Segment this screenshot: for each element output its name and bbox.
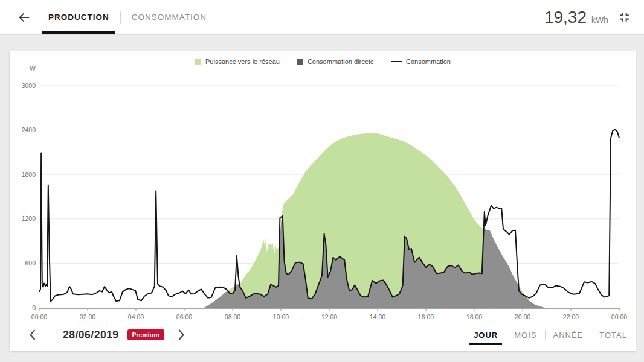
x-tick-label: 16:00 (418, 313, 434, 320)
y-tick-label: 3000 (22, 82, 36, 89)
energy-unit: kWh (591, 15, 608, 25)
y-tick-label: 2400 (22, 126, 36, 133)
x-tick-label: 22:00 (563, 313, 579, 320)
back-arrow-icon (18, 11, 31, 24)
top-bar: PRODUCTIONCONSOMMATION 19,32 kWh (0, 0, 644, 35)
y-axis-unit: W (30, 65, 36, 72)
chart-card: Puissance vers le réseauConsommation dir… (10, 51, 636, 351)
tab-production[interactable]: PRODUCTION (47, 0, 111, 34)
premium-badge: Premium (127, 329, 164, 340)
legend-item[interactable]: Consommation (391, 58, 451, 65)
period-tab-année[interactable]: ANNÉE (553, 331, 584, 340)
legend-label: Consommation (406, 58, 451, 65)
legend-square-icon (195, 59, 201, 65)
x-tick-label: 06:00 (176, 313, 192, 320)
topbar-tabs: PRODUCTIONCONSOMMATION (47, 0, 208, 34)
x-tick-label: 02:00 (80, 313, 95, 320)
period-tab-jour[interactable]: JOUR (474, 331, 498, 340)
x-tick-label: 08:00 (225, 313, 240, 320)
period-separator (591, 330, 591, 340)
collapse-button[interactable] (617, 10, 632, 25)
date-navigator: 28/06/2019 Premium (24, 326, 190, 344)
period-tab-total[interactable]: TOTAL (599, 331, 627, 340)
energy-value: 19,32 (544, 8, 587, 27)
x-tick-label: 00:00 (611, 313, 627, 320)
x-tick-label: 04:00 (128, 313, 144, 320)
previous-day-button[interactable] (24, 327, 40, 343)
chevron-right-icon (178, 329, 185, 341)
x-tick-label: 10:00 (273, 313, 289, 320)
next-day-button[interactable] (174, 327, 190, 343)
x-tick-label: 14:00 (370, 313, 385, 320)
legend-item[interactable]: Consommation directe (297, 58, 374, 65)
chevron-left-icon (28, 329, 36, 341)
period-separator (506, 330, 506, 340)
chart-legend: Puissance vers le réseauConsommation dir… (10, 58, 636, 65)
legend-item[interactable]: Puissance vers le réseau (195, 58, 280, 65)
x-tick-label: 20:00 (515, 313, 530, 320)
y-tick-label: 1200 (22, 215, 36, 222)
legend-square-icon (297, 59, 303, 65)
collapse-icon (617, 10, 632, 25)
back-button[interactable] (16, 9, 33, 26)
energy-total: 19,32 kWh (544, 8, 608, 27)
period-selector: JOURMOISANNÉETOTAL (474, 326, 627, 344)
legend-line-icon (391, 61, 402, 63)
period-tab-mois[interactable]: MOIS (514, 331, 536, 340)
y-tick-label: 0 (32, 304, 36, 311)
tab-consommation[interactable]: CONSOMMATION (130, 0, 208, 34)
legend-label: Consommation directe (308, 58, 374, 65)
period-separator (545, 330, 546, 340)
y-tick-label: 600 (25, 259, 36, 267)
power-chart: 06001200180024003000W00:0002:0004:0006:0… (10, 51, 636, 324)
legend-label: Puissance vers le réseau (205, 58, 280, 65)
x-tick-label: 00:00 (31, 313, 47, 320)
current-date: 28/06/2019 (63, 329, 119, 341)
y-tick-label: 1800 (22, 171, 36, 178)
topbar-tab-separator (120, 11, 121, 24)
x-tick-label: 12:00 (321, 313, 337, 320)
x-tick-label: 18:00 (466, 313, 482, 320)
